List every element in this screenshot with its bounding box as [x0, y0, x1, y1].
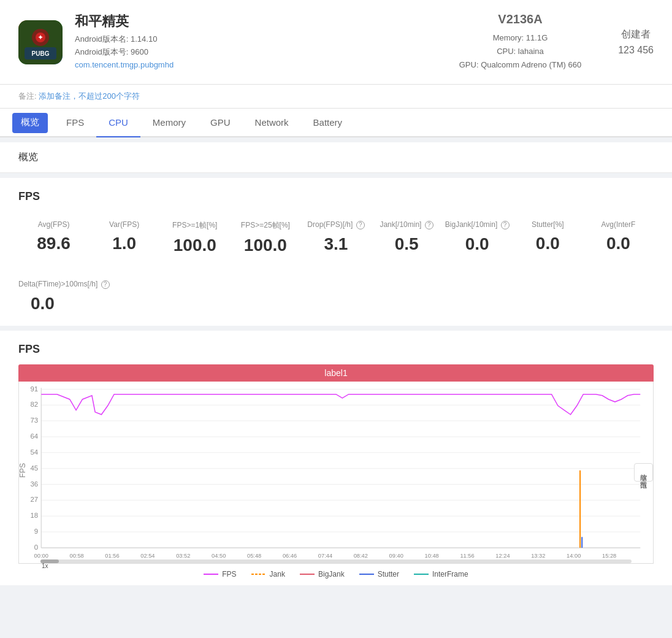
metric-var-fps-label: Var(FPS)	[91, 220, 157, 229]
svg-text:00:00: 00:00	[34, 553, 48, 559]
interframe-legend-label: InterFrame	[432, 570, 468, 578]
metric-stutter-label: Stutter[%]	[515, 220, 581, 229]
metric-jank: Jank[/10min] ? 0.5	[372, 215, 442, 260]
creator-label: 创建者	[618, 28, 654, 41]
tab-cpu[interactable]: CPU	[96, 109, 140, 137]
metric-drop-fps-label: Drop(FPS)[/h] ?	[303, 220, 368, 229]
app-android-version-code: Android版本号: 9600	[75, 46, 447, 59]
svg-text:PUBG: PUBG	[32, 50, 50, 57]
metric-stutter: Stutter[%] 0.0	[513, 215, 583, 260]
drop-fps-question[interactable]: ?	[356, 221, 365, 229]
app-package-link[interactable]: com.tencent.tmgp.pubgmhd	[75, 60, 174, 69]
annotation-link[interactable]: 添加备注，不超过200个字符	[39, 91, 140, 101]
chart-wrapper: label1 缩放 范围 91 82 73 64 54 45 36 27 18 …	[18, 364, 654, 573]
version-id: V2136A	[459, 12, 581, 26]
metric-avg-interframe-value: 0.0	[586, 234, 651, 253]
app-header: PUBG ✦ 和平精英 Android版本名: 1.14.10 Android版…	[0, 0, 672, 85]
chart-side-buttons: 缩放 范围	[634, 463, 653, 482]
svg-text:11:56: 11:56	[460, 553, 474, 559]
delta-value: 0.0	[31, 294, 654, 313]
metric-fps-gte25-value: 100.0	[232, 236, 298, 255]
bigjank-question[interactable]: ?	[501, 221, 510, 229]
chart-scrollbar[interactable]: 1x	[40, 559, 632, 563]
app-package: com.tencent.tmgp.pubgmhd	[75, 59, 447, 72]
metrics-table: Avg(FPS) 89.6 Var(FPS) 1.0 FPS>=1帧[%] 10…	[18, 215, 654, 260]
svg-text:10:48: 10:48	[424, 553, 438, 559]
svg-text:15:28: 15:28	[602, 553, 616, 559]
metric-fps-gte25: FPS>=25帧[%] 100.0	[230, 215, 300, 260]
metric-var-fps-value: 1.0	[91, 234, 157, 253]
tab-battery[interactable]: Battery	[301, 109, 355, 137]
metric-jank-value: 0.5	[374, 234, 440, 254]
delta-question[interactable]: ?	[101, 280, 110, 289]
metric-var-fps: Var(FPS) 1.0	[89, 215, 159, 260]
metric-avg-fps: Avg(FPS) 89.6	[18, 215, 89, 260]
section-header: 概览	[0, 142, 672, 173]
scrollbar-thumb[interactable]: 1x	[40, 559, 59, 563]
svg-text:03:52: 03:52	[176, 553, 190, 559]
svg-text:09:40: 09:40	[389, 553, 403, 559]
svg-text:08:42: 08:42	[354, 553, 368, 559]
app-icon: PUBG ✦	[18, 20, 63, 64]
chart-section: FPS label1 缩放 范围 91 82 73 64 54 45 36 27…	[0, 331, 672, 585]
tab-memory[interactable]: Memory	[140, 109, 198, 137]
creator-id: 123 456	[618, 45, 654, 56]
metric-stutter-value: 0.0	[515, 234, 581, 253]
fps-metrics-title: FPS	[18, 190, 654, 203]
fps-legend-label: FPS	[222, 570, 236, 578]
metric-avg-fps-value: 89.6	[21, 234, 86, 253]
svg-text:01:56: 01:56	[105, 553, 119, 559]
jank-question[interactable]: ?	[425, 221, 433, 229]
jank-legend-label: Jank	[270, 570, 285, 578]
app-info: 和平精英 Android版本名: 1.14.10 Android版本号: 960…	[75, 12, 447, 71]
scroll-value: 1x	[40, 563, 50, 569]
tab-overview[interactable]: 概览	[12, 113, 48, 133]
svg-text:13:32: 13:32	[531, 553, 545, 559]
metric-fps-gte1-label: FPS>=1帧[%]	[162, 220, 227, 231]
svg-text:14:00: 14:00	[567, 553, 581, 559]
tab-network[interactable]: Network	[243, 109, 301, 137]
svg-text:04:50: 04:50	[212, 553, 226, 559]
svg-text:00:58: 00:58	[69, 553, 83, 559]
tab-gpu[interactable]: GPU	[198, 109, 243, 137]
tabs-bar: 概览 FPS CPU Memory GPU Network Battery	[0, 109, 672, 137]
fps-metrics-container: FPS Avg(FPS) 89.6 Var(FPS) 1.0 FPS>=1帧[%…	[0, 178, 672, 326]
svg-text:0: 0	[34, 544, 38, 551]
bigjank-legend-label: BigJank	[318, 570, 345, 578]
chart-title: FPS	[18, 343, 654, 356]
delta-section: Delta(FTime)>100ms[/h] ? 0.0	[18, 270, 654, 313]
svg-text:73: 73	[30, 417, 38, 424]
svg-text:27: 27	[30, 496, 38, 504]
svg-text:07:44: 07:44	[318, 553, 332, 559]
interframe-legend-item: InterFrame	[414, 570, 468, 578]
zoom-button[interactable]: 缩放	[637, 466, 650, 471]
metric-drop-fps-value: 3.1	[303, 234, 368, 254]
section-title: 概览	[18, 152, 38, 162]
svg-text:✦: ✦	[37, 33, 44, 42]
app-version-block: V2136A Memory: 11.1G CPU: lahaina GPU: Q…	[459, 12, 581, 72]
metric-drop-fps: Drop(FPS)[/h] ? 3.1	[300, 215, 371, 260]
chart-area: 缩放 范围 91 82 73 64 54 45 36 27 18 9 0 FPS	[18, 382, 654, 564]
svg-text:54: 54	[30, 448, 38, 456]
svg-text:18: 18	[30, 512, 38, 519]
creator-block: 创建者 123 456	[618, 28, 654, 56]
svg-text:FPS: FPS	[19, 463, 27, 478]
metric-fps-gte1: FPS>=1帧[%] 100.0	[159, 215, 230, 260]
svg-text:9: 9	[34, 528, 38, 535]
range-button[interactable]: 范围	[637, 474, 650, 479]
svg-text:45: 45	[30, 464, 38, 472]
metric-bigjank-value: 0.0	[445, 234, 510, 254]
metric-avg-interframe-label: Avg(InterF	[586, 220, 651, 229]
metric-jank-label: Jank[/10min] ?	[374, 220, 440, 229]
metric-bigjank-label: BigJank[/10min] ?	[445, 220, 510, 229]
metric-avg-interframe: Avg(InterF 0.0	[583, 215, 654, 260]
stutter-legend-item: Stutter	[359, 570, 399, 578]
metric-avg-fps-label: Avg(FPS)	[21, 220, 86, 229]
tab-fps[interactable]: FPS	[54, 109, 96, 137]
metric-fps-gte25-label: FPS>=25帧[%]	[232, 220, 298, 231]
fps-chart-svg: 91 82 73 64 54 45 36 27 18 9 0 FPS	[19, 382, 653, 559]
gpu-info: GPU: Qualcomm Adreno (TM) 660	[459, 58, 581, 72]
svg-text:82: 82	[30, 401, 38, 408]
stutter-legend-label: Stutter	[378, 570, 399, 578]
chart-legend: FPS Jank BigJank Stutter InterFrame	[18, 570, 654, 578]
